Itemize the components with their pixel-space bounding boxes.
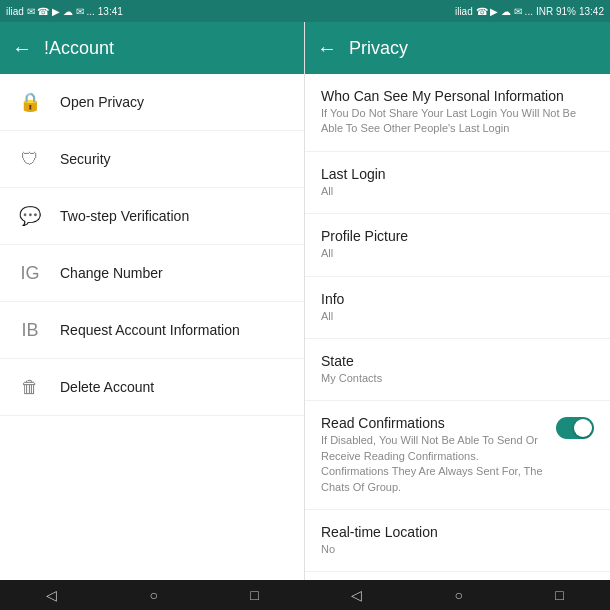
privacy-section-title-info: Info bbox=[321, 291, 594, 307]
menu-label-3: Change Number bbox=[60, 265, 163, 281]
menu-icon-5: 🗑 bbox=[16, 373, 44, 401]
menu-label-1: Security bbox=[60, 151, 111, 167]
privacy-section-title-profile-picture: Profile Picture bbox=[321, 228, 594, 244]
menu-icon-1: 🛡 bbox=[16, 145, 44, 173]
status-bar-left: iliad ✉ ☎ ▶ ☁ ✉ ... 13:41 bbox=[6, 6, 123, 17]
menu-label-4: Request Account Information bbox=[60, 322, 240, 338]
privacy-section-sub-realtime-location: No bbox=[321, 542, 594, 557]
status-right-text: iliad ☎ ▶ ☁ ✉ ... bbox=[455, 6, 533, 17]
menu-icon-2: 💬 bbox=[16, 202, 44, 230]
privacy-section-desc-read-confirmations: If Disabled, You Will Not Be Able To Sen… bbox=[321, 433, 548, 495]
nav-back-button[interactable]: ◁ bbox=[34, 583, 69, 607]
account-title: !Account bbox=[44, 38, 114, 59]
account-menu-item-0[interactable]: 🔒 Open Privacy bbox=[0, 74, 304, 131]
status-bar-right: iliad ☎ ▶ ☁ ✉ ... INR 91% 13:42 bbox=[455, 6, 604, 17]
status-bar: iliad ✉ ☎ ▶ ☁ ✉ ... 13:41 iliad ☎ ▶ ☁ ✉ … bbox=[0, 0, 610, 22]
privacy-section-who-can-see[interactable]: Who Can See My Personal Information If Y… bbox=[305, 74, 610, 152]
privacy-section-title-who-can-see: Who Can See My Personal Information bbox=[321, 88, 594, 104]
privacy-section-realtime-location[interactable]: Real-time Location No bbox=[305, 510, 610, 572]
account-panel: ← !Account 🔒 Open Privacy 🛡 Security 💬 T… bbox=[0, 22, 305, 580]
nav-recents-button[interactable]: □ bbox=[238, 583, 270, 607]
privacy-title: Privacy bbox=[349, 38, 408, 59]
account-menu-item-2[interactable]: 💬 Two-step Verification bbox=[0, 188, 304, 245]
account-menu-list: 🔒 Open Privacy 🛡 Security 💬 Two-step Ver… bbox=[0, 74, 304, 580]
privacy-panel: ← Privacy Who Can See My Personal Inform… bbox=[305, 22, 610, 580]
privacy-header: ← Privacy bbox=[305, 22, 610, 74]
status-time-right: 13:42 bbox=[579, 6, 604, 17]
privacy-section-title-read-confirmations: Read Confirmations bbox=[321, 415, 548, 431]
privacy-section-profile-picture[interactable]: Profile Picture All bbox=[305, 214, 610, 276]
nav-back-button-2[interactable]: ◁ bbox=[339, 583, 374, 607]
privacy-section-title-last-login: Last Login bbox=[321, 166, 594, 182]
privacy-list: Who Can See My Personal Information If Y… bbox=[305, 74, 610, 580]
account-back-icon[interactable]: ← bbox=[12, 37, 32, 60]
menu-icon-3: IG bbox=[16, 259, 44, 287]
privacy-section-sub-profile-picture: All bbox=[321, 246, 594, 261]
nav-home-button-2[interactable]: ○ bbox=[442, 583, 474, 607]
privacy-section-read-confirmations[interactable]: Read Confirmations If Disabled, You Will… bbox=[305, 401, 610, 510]
menu-icon-4: IB bbox=[16, 316, 44, 344]
bottom-navigation: ◁ ○ □ ◁ ○ □ bbox=[0, 580, 610, 610]
nav-home-button[interactable]: ○ bbox=[138, 583, 170, 607]
privacy-section-last-login[interactable]: Last Login All bbox=[305, 152, 610, 214]
privacy-section-state[interactable]: State My Contacts bbox=[305, 339, 610, 401]
privacy-section-title-realtime-location: Real-time Location bbox=[321, 524, 594, 540]
account-menu-item-3[interactable]: IG Change Number bbox=[0, 245, 304, 302]
status-time-left: 13:41 bbox=[98, 6, 123, 17]
account-menu-item-1[interactable]: 🛡 Security bbox=[0, 131, 304, 188]
privacy-section-info[interactable]: Info All bbox=[305, 277, 610, 339]
privacy-section-desc-who-can-see: If You Do Not Share Your Last Login You … bbox=[321, 106, 594, 137]
privacy-back-icon[interactable]: ← bbox=[317, 37, 337, 60]
read-confirmations-toggle[interactable] bbox=[556, 417, 594, 439]
menu-label-5: Delete Account bbox=[60, 379, 154, 395]
menu-label-2: Two-step Verification bbox=[60, 208, 189, 224]
status-left-text: iliad ✉ ☎ ▶ ☁ ✉ ... bbox=[6, 6, 95, 17]
account-menu-item-4[interactable]: IB Request Account Information bbox=[0, 302, 304, 359]
account-menu-item-5[interactable]: 🗑 Delete Account bbox=[0, 359, 304, 416]
menu-icon-0: 🔒 bbox=[16, 88, 44, 116]
account-header: ← !Account bbox=[0, 22, 304, 74]
privacy-section-sub-info: All bbox=[321, 309, 594, 324]
privacy-section-sub-last-login: All bbox=[321, 184, 594, 199]
privacy-section-title-state: State bbox=[321, 353, 594, 369]
nav-recents-button-2[interactable]: □ bbox=[543, 583, 575, 607]
menu-label-0: Open Privacy bbox=[60, 94, 144, 110]
privacy-section-sub-state: My Contacts bbox=[321, 371, 594, 386]
status-battery-right: INR 91% bbox=[536, 6, 576, 17]
